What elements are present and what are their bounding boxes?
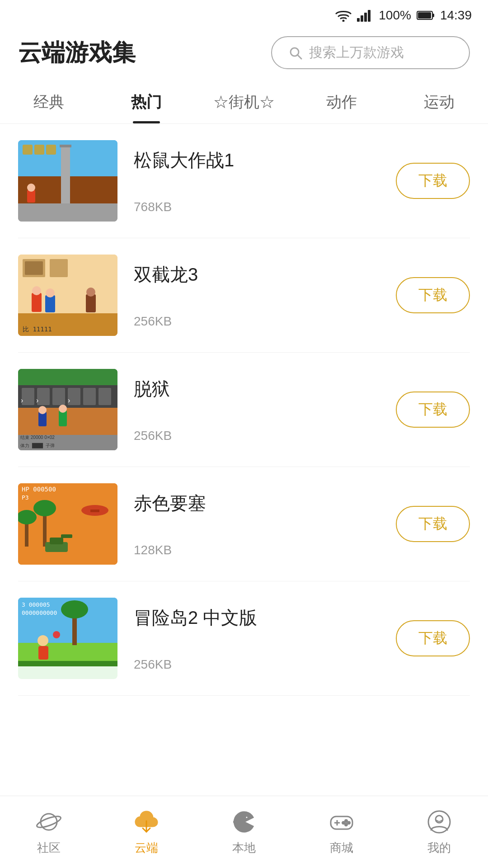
download-button-5[interactable]: 下载 (396, 620, 470, 656)
battery-icon (417, 10, 435, 21)
svg-point-77 (245, 816, 248, 819)
game-thumb-img-5: 3 000005 0000000000 (18, 598, 117, 679)
svg-rect-22 (25, 261, 43, 275)
list-item: › › › 体力 ████ 子弹 结束 20000 0×02 脱狱 256KB (18, 353, 470, 467)
svg-rect-6 (418, 12, 431, 19)
tab-sport[interactable]: 运动 (390, 83, 488, 123)
svg-point-46 (38, 406, 47, 414)
svg-rect-7 (432, 14, 434, 17)
svg-text:›: › (68, 396, 70, 404)
app-title: 云端游戏集 (18, 37, 136, 69)
svg-rect-32 (18, 369, 117, 385)
game-size-4: 128KB (134, 543, 470, 557)
svg-point-86 (345, 824, 347, 826)
svg-text:体力 ████  子弹: 体力 ████ 子弹 (20, 443, 55, 448)
svg-rect-47 (59, 410, 67, 426)
svg-rect-12 (18, 203, 117, 222)
svg-rect-13 (61, 145, 70, 203)
svg-rect-39 (99, 388, 111, 405)
battery-text: 100% (379, 8, 411, 23)
svg-rect-72 (38, 646, 48, 660)
game-list: 松鼠大作战1 768KB 下载 (0, 124, 488, 696)
download-button-3[interactable]: 下载 (396, 392, 470, 428)
svg-text:›: › (21, 396, 23, 404)
svg-point-19 (27, 184, 35, 192)
game-thumbnail-5[interactable]: 3 000005 0000000000 (18, 598, 117, 679)
tab-action[interactable]: 动作 (293, 83, 390, 123)
svg-rect-25 (32, 293, 42, 312)
nav-item-store[interactable]: 商城 (293, 801, 390, 863)
download-button-2[interactable]: 下载 (396, 277, 470, 313)
nav-label-cloud: 云端 (135, 840, 158, 856)
svg-point-28 (46, 288, 55, 297)
svg-text:3  000005: 3 000005 (22, 601, 50, 608)
game-thumbnail-2[interactable]: 比 11111 (18, 255, 117, 336)
svg-text:P3: P3 (22, 494, 29, 501)
svg-point-85 (348, 822, 350, 824)
svg-text:0000000000: 0000000000 (22, 609, 57, 616)
svg-rect-51 (18, 483, 117, 565)
search-bar[interactable]: 搜索上万款游戏 (271, 36, 470, 69)
wifi-icon (335, 9, 352, 22)
list-item: HP 000500 P3 赤色要塞 128KB 下载 (18, 467, 470, 581)
svg-rect-60 (90, 509, 99, 512)
svg-rect-3 (364, 13, 367, 22)
svg-rect-16 (34, 145, 44, 155)
nav-item-community[interactable]: 社区 (0, 801, 98, 863)
svg-point-75 (36, 814, 61, 830)
list-item: 松鼠大作战1 768KB 下载 (18, 124, 470, 238)
category-tabs: 经典 热门 ☆街机☆ 动作 运动 (0, 78, 488, 124)
svg-point-80 (237, 824, 239, 826)
svg-rect-58 (61, 534, 72, 538)
svg-text:›: › (36, 396, 38, 404)
nav-label-mine: 我的 (427, 840, 451, 856)
tab-hot[interactable]: 热门 (98, 83, 195, 123)
svg-rect-35 (37, 388, 50, 405)
svg-point-26 (32, 286, 41, 295)
svg-rect-27 (45, 295, 55, 312)
nav-item-local[interactable]: 本地 (195, 801, 293, 863)
svg-text:HP 000500: HP 000500 (22, 486, 56, 493)
status-icons: 100% 14:39 (335, 8, 472, 23)
svg-rect-23 (50, 259, 68, 277)
svg-point-78 (237, 818, 239, 821)
status-bar: 100% 14:39 (0, 0, 488, 27)
tab-arcade[interactable]: ☆街机☆ (195, 83, 293, 123)
nav-label-community: 社区 (37, 840, 61, 856)
svg-rect-34 (22, 388, 34, 405)
svg-point-87 (343, 822, 345, 824)
game-size-5: 256KB (134, 657, 470, 672)
game-size-2: 256KB (134, 314, 470, 329)
svg-rect-43 (18, 408, 117, 435)
svg-point-30 (86, 288, 95, 297)
game-thumb-img-1 (18, 140, 117, 222)
download-button-4[interactable]: 下载 (396, 506, 470, 542)
svg-rect-57 (50, 538, 63, 544)
svg-point-79 (234, 821, 236, 823)
tab-classic[interactable]: 经典 (0, 83, 98, 123)
svg-point-48 (59, 405, 67, 413)
svg-point-71 (38, 635, 48, 646)
svg-rect-15 (23, 145, 33, 155)
svg-rect-29 (86, 294, 96, 312)
download-button-1[interactable]: 下载 (396, 163, 470, 199)
game-thumbnail-4[interactable]: HP 000500 P3 (18, 483, 117, 565)
game-thumbnail-1[interactable] (18, 140, 117, 222)
signal-icon (357, 9, 373, 22)
nav-label-store: 商城 (330, 840, 353, 856)
pacman-icon (230, 808, 258, 835)
nav-label-local: 本地 (232, 840, 256, 856)
gamepad-icon (328, 808, 355, 835)
nav-item-mine[interactable]: 我的 (390, 801, 488, 863)
svg-rect-2 (361, 15, 363, 22)
svg-rect-38 (83, 388, 96, 405)
svg-rect-1 (357, 18, 360, 22)
svg-rect-18 (27, 190, 35, 203)
svg-point-0 (343, 20, 345, 22)
svg-text:比 11111: 比 11111 (23, 326, 52, 333)
game-thumbnail-3[interactable]: › › › 体力 ████ 子弹 结束 20000 0×02 (18, 369, 117, 450)
game-thumb-img-4: HP 000500 P3 (18, 483, 117, 565)
nav-item-cloud[interactable]: 云端 (98, 801, 195, 863)
time-text: 14:39 (440, 8, 472, 23)
svg-rect-4 (368, 10, 371, 22)
